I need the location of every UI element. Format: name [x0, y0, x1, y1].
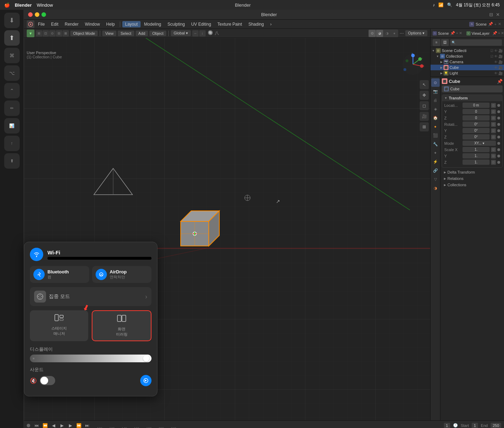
- menu-help[interactable]: Help: [103, 21, 118, 27]
- sound-action-btn[interactable]: [140, 375, 151, 386]
- dock-item-option[interactable]: ⌥: [4, 65, 20, 81]
- brightness-slider[interactable]: ☀: [30, 355, 151, 362]
- scale-y-val[interactable]: 1.: [463, 153, 490, 158]
- brightness-thumb[interactable]: [143, 355, 149, 362]
- shading-solid[interactable]: ◕: [376, 30, 383, 37]
- relations-section[interactable]: ▶ Relations: [442, 175, 503, 182]
- ol-cam-cam[interactable]: 🎥: [498, 60, 503, 64]
- props-pin-btn[interactable]: 📌: [497, 79, 503, 84]
- psi-scene2[interactable]: 🏠: [431, 114, 440, 122]
- view-btn[interactable]: View: [102, 31, 116, 36]
- scene-selector[interactable]: S Scene: [433, 31, 449, 35]
- shading-material[interactable]: ◑: [383, 30, 390, 37]
- shading-wire[interactable]: ⊙: [369, 30, 376, 37]
- menu-render[interactable]: Render: [62, 21, 81, 27]
- scene-add-btn[interactable]: +: [456, 31, 458, 35]
- location-x-val[interactable]: 0 m: [463, 103, 490, 108]
- options-btn[interactable]: Options ▾: [405, 30, 427, 36]
- sound-toggle[interactable]: [40, 376, 55, 385]
- timeline-next-frame[interactable]: ⏩: [75, 422, 82, 428]
- stage-manager-btn[interactable]: 스테이지매니저: [30, 310, 88, 341]
- menu-more[interactable]: ›: [267, 21, 274, 27]
- minimize-button[interactable]: [35, 12, 39, 17]
- viewlayer-add-btn[interactable]: +: [498, 31, 500, 35]
- location-z-val[interactable]: 0: [463, 115, 490, 121]
- dock-item-1[interactable]: ⬇: [4, 13, 20, 28]
- psi-object[interactable]: ⬛: [431, 131, 440, 140]
- select-mode-btn[interactable]: ▼: [27, 30, 34, 37]
- airdrop-item[interactable]: AirDrop 연락처만: [92, 266, 151, 283]
- ol-cam-light[interactable]: 🎥: [498, 71, 503, 75]
- scale-z-val[interactable]: 1.: [463, 160, 490, 165]
- vr-icon-ortho[interactable]: ⊞: [420, 122, 429, 131]
- psi-world[interactable]: ●: [431, 122, 440, 131]
- focus-section[interactable]: 집중 모드 ›: [30, 287, 151, 306]
- ol-eye2[interactable]: 👁: [494, 54, 498, 58]
- apple-icon[interactable]: 🍎: [4, 2, 10, 8]
- viewlayer-close-btn[interactable]: ✕: [501, 31, 504, 35]
- vr-icon-cursor[interactable]: ↖: [420, 80, 429, 89]
- ol-eye-light[interactable]: 👁: [494, 71, 498, 75]
- menu-modeling[interactable]: Modeling: [141, 21, 164, 27]
- dock-item-up2[interactable]: ⬆: [4, 153, 20, 169]
- vr-icon-camera[interactable]: 🎥: [420, 112, 429, 121]
- outliner-search[interactable]: 🔍: [450, 39, 502, 46]
- object-btn[interactable]: Object: [149, 31, 166, 36]
- ol-eye-cube[interactable]: 👁: [494, 66, 498, 70]
- rotation-z-val[interactable]: 0°: [463, 134, 490, 140]
- outliner-tab-2[interactable]: 🖼: [441, 39, 449, 46]
- scene-close[interactable]: ✕: [498, 22, 501, 26]
- mode-val[interactable]: XY... ▾: [463, 141, 496, 146]
- object-mode-btn[interactable]: Object Mode: [70, 31, 98, 36]
- ol-cam-cube[interactable]: 🎥: [498, 66, 503, 70]
- timeline-dot[interactable]: [27, 424, 30, 427]
- current-frame[interactable]: 1: [444, 423, 450, 428]
- vr-icon-select[interactable]: ◻: [420, 101, 429, 110]
- cube-3d-object[interactable]: [167, 200, 223, 258]
- wifi-icon-circle[interactable]: [30, 248, 43, 261]
- psi-constraints[interactable]: 🔗: [431, 166, 440, 175]
- bluetooth-item[interactable]: Bluetooth 켬: [30, 266, 89, 283]
- menu-window[interactable]: Window: [37, 2, 53, 8]
- scale-x-val[interactable]: 1.: [463, 147, 490, 152]
- ol-row-camera[interactable]: ▶ 📷 Camera 👁 🎥: [431, 59, 504, 65]
- menu-sculpting[interactable]: Sculpting: [165, 21, 188, 27]
- collections-section[interactable]: ▶ Collections: [442, 182, 503, 188]
- dock-item-arrow[interactable]: ↑: [4, 136, 20, 151]
- menu-uv-editing[interactable]: UV Editing: [188, 21, 214, 27]
- end-frame[interactable]: 250: [491, 423, 501, 428]
- ol-cam2[interactable]: 🎥: [498, 54, 503, 58]
- dock-item-pencil[interactable]: ✏: [4, 100, 20, 116]
- ol-row-light[interactable]: ▶ 💡 Light 👁 🎥: [431, 70, 504, 76]
- psi-scene[interactable]: ⊙: [431, 78, 440, 87]
- outliner-tab-1[interactable]: ≡: [433, 39, 440, 46]
- ol-cam[interactable]: 🎥: [498, 49, 503, 53]
- scene-add[interactable]: +: [495, 22, 497, 26]
- menu-file[interactable]: File: [35, 21, 47, 27]
- ol-eye-cam[interactable]: 👁: [494, 60, 498, 64]
- scene-pin[interactable]: 📌: [488, 22, 493, 26]
- menu-shading[interactable]: Shading: [246, 21, 267, 27]
- mac-icon-search[interactable]: 🔍: [447, 2, 452, 7]
- viewlayer-selector[interactable]: V ViewLayer: [466, 31, 490, 35]
- rotation-x-val[interactable]: 0°: [463, 122, 490, 127]
- screen-mirror-btn[interactable]: 화면미러링: [92, 310, 151, 341]
- menu-texture-paint[interactable]: Texture Paint: [215, 21, 245, 27]
- timeline-next[interactable]: ▶: [67, 422, 74, 428]
- menu-edit[interactable]: Edit: [48, 21, 61, 27]
- ol-row-collection[interactable]: ▼ ⊞ Collection ☑ 👁 🎥: [431, 53, 504, 59]
- close-button[interactable]: [28, 12, 33, 17]
- transform-header[interactable]: ▼ Transform: [442, 95, 502, 101]
- psi-render[interactable]: 📷: [431, 87, 440, 96]
- psi-output[interactable]: 🖨: [431, 96, 440, 104]
- maximize-button[interactable]: [41, 12, 46, 17]
- global-btn[interactable]: Global ▾: [171, 30, 191, 36]
- camera-gizmo[interactable]: Z Y X: [401, 52, 425, 77]
- select-btn[interactable]: Select: [118, 31, 134, 36]
- ol-eye[interactable]: 👁: [494, 49, 498, 53]
- dock-item-tools[interactable]: ⌘: [4, 48, 20, 63]
- psi-particles[interactable]: ✦: [431, 149, 440, 157]
- rotation-y-val[interactable]: 0°: [463, 128, 490, 133]
- timeline-prev-frame[interactable]: ⏪: [41, 422, 49, 428]
- start-frame[interactable]: 1: [472, 423, 478, 428]
